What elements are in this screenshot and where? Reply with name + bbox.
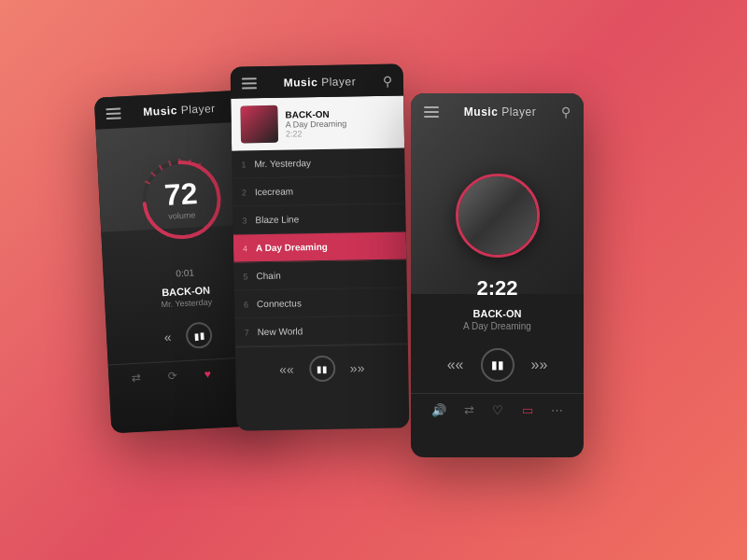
- current-time: 2:22: [411, 273, 584, 304]
- title-player: Player: [321, 75, 356, 89]
- heart-icon[interactable]: ♡: [492, 403, 503, 417]
- track-song: A Day Dreaming: [411, 321, 584, 331]
- card3-title: Music Player: [464, 105, 536, 119]
- playlist-item[interactable]: 3 Blaze Line: [233, 203, 405, 234]
- card3-controls: «« ▮▮ »»: [411, 343, 584, 387]
- more-icon[interactable]: ⋯: [551, 403, 563, 417]
- playlist-item[interactable]: 1 Mr. Yesterday: [232, 147, 404, 178]
- card2-title: Music Player: [284, 75, 357, 89]
- playlist: 1 Mr. Yesterday 2 Icecream 3 Blaze Line …: [232, 147, 408, 346]
- volume-dial[interactable]: 72 volume: [132, 151, 230, 249]
- np-time: 2:22: [286, 127, 395, 138]
- album-art-container: [411, 127, 584, 273]
- volume-number: 72: [163, 178, 198, 210]
- title-music: Music: [143, 104, 177, 119]
- play-pause-button[interactable]: ▮▮: [481, 348, 514, 382]
- menu-icon[interactable]: [424, 106, 439, 118]
- card2-controls: «« ▮▮ »»: [235, 343, 409, 392]
- card3-header: Music Player ⚲: [411, 93, 584, 127]
- next-button[interactable]: »»: [350, 360, 365, 375]
- title-music: Music: [284, 76, 318, 90]
- search-icon[interactable]: ⚲: [561, 105, 571, 119]
- playlist-item-active[interactable]: 4 A Day Dreaming: [233, 231, 406, 262]
- card2-header: Music Player ⚲: [231, 63, 404, 98]
- scene: Music Player ⚲: [47, 37, 700, 523]
- title-player: Player: [501, 105, 536, 119]
- now-playing-info: BACK-ON A Day Dreaming 2:22: [285, 107, 395, 138]
- playlist-item[interactable]: 5 Chain: [233, 259, 406, 290]
- volume-label: volume: [165, 210, 199, 221]
- playlist-item[interactable]: 6 Connectus: [234, 287, 407, 318]
- svg-line-7: [189, 160, 190, 165]
- now-playing-bar: BACK-ON A Day Dreaming 2:22: [231, 95, 404, 150]
- card3-bottom-bar: 🔊 ⇄ ♡ ▭ ⋯: [411, 393, 584, 425]
- shuffle-icon[interactable]: ⇄: [132, 371, 142, 385]
- now-playing-thumb: [240, 105, 278, 144]
- title-player: Player: [180, 102, 216, 117]
- playlist-item[interactable]: 7 New World: [234, 315, 407, 346]
- prev-button[interactable]: «: [163, 329, 172, 344]
- prev-button[interactable]: ««: [279, 362, 294, 377]
- play-pause-button[interactable]: ▮▮: [309, 356, 335, 382]
- play-pause-button[interactable]: ▮▮: [186, 322, 213, 349]
- repeat-icon[interactable]: ⟳: [168, 370, 178, 384]
- card1-title: Music Player: [143, 102, 216, 119]
- repeat-icon[interactable]: ▭: [522, 403, 533, 417]
- prev-button[interactable]: ««: [447, 357, 464, 373]
- search-icon[interactable]: ⚲: [383, 74, 392, 89]
- next-button[interactable]: »»: [531, 357, 548, 373]
- volume-icon[interactable]: 🔊: [431, 403, 446, 417]
- card-now-playing: Music Player ⚲ 2:22 BACK-ON A Day Dreami…: [411, 93, 584, 457]
- track-artist: BACK-ON: [411, 308, 584, 319]
- playlist-item[interactable]: 2 Icecream: [233, 175, 405, 206]
- menu-icon[interactable]: [106, 107, 121, 119]
- album-art: [456, 174, 540, 258]
- title-music: Music: [464, 105, 499, 119]
- card-playlist: Music Player ⚲ BACK-ON A Day Dreaming 2:…: [231, 63, 410, 430]
- heart-icon[interactable]: ♥: [204, 368, 211, 381]
- shuffle-icon[interactable]: ⇄: [464, 403, 474, 417]
- card3-track-info: BACK-ON A Day Dreaming: [411, 304, 584, 343]
- menu-icon[interactable]: [242, 77, 257, 89]
